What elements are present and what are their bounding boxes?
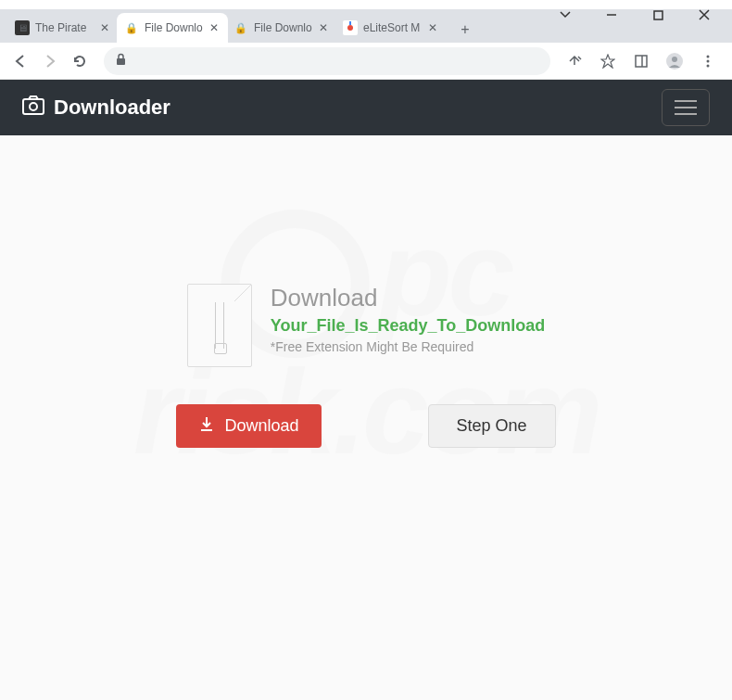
close-icon[interactable]: ✕	[317, 21, 330, 34]
favicon-icon: 🖥	[15, 20, 30, 35]
chevron-down-icon[interactable]	[552, 2, 578, 28]
brand-title: Downloader	[54, 95, 170, 120]
menu-icon[interactable]	[695, 48, 721, 74]
svg-point-10	[707, 59, 710, 62]
tab-title: File Downlo	[254, 21, 313, 34]
panel-icon[interactable]	[628, 48, 654, 74]
reload-button[interactable]	[67, 48, 93, 74]
tab-title: The Pirate	[35, 21, 95, 34]
svg-point-13	[30, 103, 37, 110]
page-header: Downloader	[0, 80, 732, 135]
close-icon[interactable]: ✕	[98, 21, 111, 34]
tab-pirate[interactable]: 🖥 The Pirate ✕	[7, 13, 119, 43]
profile-icon[interactable]	[662, 48, 688, 74]
svg-rect-12	[23, 99, 44, 114]
lock-icon: 🔒	[124, 20, 139, 35]
svg-rect-5	[636, 56, 647, 67]
camera-icon	[22, 95, 44, 121]
tab-title: File Downlo	[145, 21, 204, 34]
maximize-button[interactable]	[645, 2, 671, 28]
close-icon[interactable]: ✕	[426, 21, 439, 34]
hamburger-menu[interactable]	[662, 89, 710, 126]
svg-rect-3	[654, 11, 663, 19]
close-icon[interactable]: ✕	[208, 21, 221, 34]
download-heading: Download	[271, 284, 545, 312]
lock-icon: 🔒	[233, 20, 248, 35]
download-icon	[198, 415, 215, 437]
tab-strip: 🖥 The Pirate ✕ 🔒 File Downlo ✕ 🔒 File Do…	[0, 9, 732, 43]
svg-point-8	[672, 57, 677, 62]
step-button-label: Step One	[457, 416, 527, 436]
svg-rect-4	[117, 58, 125, 65]
note: *Free Extension Might Be Required	[271, 339, 545, 354]
address-input[interactable]	[104, 47, 550, 75]
back-button[interactable]	[7, 48, 33, 74]
forward-button[interactable]	[37, 48, 63, 74]
favicon-icon	[343, 20, 358, 35]
tab-file-download[interactable]: 🔒 File Downlo ✕	[226, 13, 337, 43]
download-box: Download Your_File_Is_Ready_To_Download …	[187, 284, 545, 367]
lock-icon	[115, 53, 127, 70]
close-button[interactable]	[691, 2, 717, 28]
tab-elitesort[interactable]: eLiteSort M ✕	[335, 13, 447, 43]
svg-rect-1	[349, 21, 351, 25]
download-button-label: Download	[224, 416, 298, 436]
zip-file-icon	[187, 284, 252, 367]
minimize-button[interactable]	[599, 2, 625, 28]
tab-title: eLiteSort M	[363, 21, 423, 34]
download-button[interactable]: Download	[176, 404, 321, 448]
svg-point-0	[347, 25, 353, 31]
new-tab-button[interactable]: +	[452, 17, 478, 43]
svg-point-11	[707, 64, 710, 67]
page-content: Downloader pc risk.com Download Your_Fil…	[0, 80, 732, 700]
bookmark-icon[interactable]	[595, 48, 621, 74]
share-icon[interactable]	[562, 48, 587, 74]
svg-point-9	[707, 55, 710, 57]
filename: Your_File_Is_Ready_To_Download	[271, 316, 545, 336]
brand: Downloader	[22, 95, 170, 121]
tab-file-download-active[interactable]: 🔒 File Downlo ✕	[117, 13, 228, 43]
step-one-button[interactable]: Step One	[428, 404, 556, 448]
address-bar	[0, 43, 732, 80]
